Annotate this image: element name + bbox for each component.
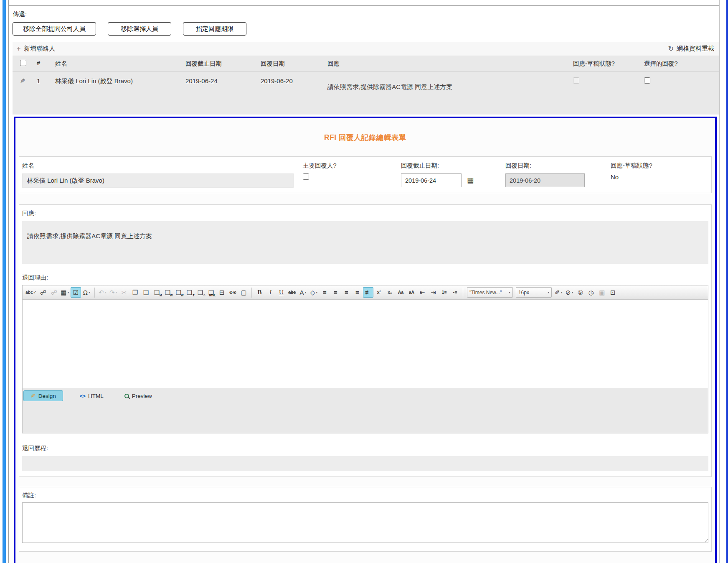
outdent-button[interactable]: ⇤ xyxy=(417,287,428,298)
font-size-combo[interactable]: 16px▾ xyxy=(516,287,552,298)
paste-from-word-button[interactable]: ❏W xyxy=(162,287,173,298)
paste-from-word-clean-button[interactable]: ❏W xyxy=(173,287,184,298)
insert-symbol-icon: Ω xyxy=(83,289,88,296)
indent-icon: ⇥ xyxy=(431,289,436,296)
justify-button[interactable]: ≡ xyxy=(352,287,363,298)
grid-header-row: # 姓名 回覆截止日期 回覆日期 回應 回應-草稿狀態? 選擇的回覆? xyxy=(13,56,719,72)
font-name-combo-label: "Times New..." xyxy=(469,290,502,296)
hyperlink-manager-button[interactable]: ☍ xyxy=(38,287,48,298)
media-manager-button[interactable]: ⊡ xyxy=(608,287,618,298)
superscript-button[interactable]: x² xyxy=(374,287,384,298)
chevron-down-icon: ▾ xyxy=(548,290,549,294)
paste-from-word-sub-label: W xyxy=(170,294,172,297)
remove-alignment-icon: ≢ xyxy=(365,289,371,296)
return-history-label: 退回歷程: xyxy=(22,444,708,452)
tab-html[interactable]: <> HTML xyxy=(76,391,108,401)
transmit-label: 傳遞: xyxy=(13,10,719,18)
insert-time-button[interactable]: ◷ xyxy=(586,287,596,298)
insert-symbol-button[interactable]: Ω▾ xyxy=(81,287,92,298)
background-color-icon: ◇ xyxy=(310,289,315,296)
paste-html-button[interactable]: ❏HTML xyxy=(206,287,216,298)
to-lowercase-button[interactable]: aA xyxy=(406,287,417,298)
chevron-down-icon: ▾ xyxy=(67,290,69,294)
paste-icon: ❏ xyxy=(143,289,149,296)
assign-response-deadline-button[interactable]: 指定回應期限 xyxy=(183,22,246,36)
primary-responder-checkbox[interactable] xyxy=(303,173,309,180)
insert-date-button[interactable]: ⑤ xyxy=(575,287,586,298)
foreground-color-icon: A xyxy=(299,289,304,296)
rfi-responder-edit-form: RFI 回覆人記錄編輯表單 姓名 主要回覆人? 回覆截止日期: ▦ 回覆日期: xyxy=(14,117,717,563)
select-all-rows-checkbox[interactable] xyxy=(20,60,26,66)
toolbar-separator xyxy=(251,288,252,298)
toolbar-separator xyxy=(94,288,95,298)
paste-plain-text-sub-label: T xyxy=(193,294,194,297)
paste-strip-button[interactable]: ❏M xyxy=(152,287,162,298)
row-selected-reply-checkbox[interactable] xyxy=(644,77,650,84)
remove-selected-members-button[interactable]: 移除選擇人員 xyxy=(108,22,171,36)
html-brackets-icon: <> xyxy=(80,393,85,399)
refresh-icon: ↻ xyxy=(668,45,674,53)
add-contact-button[interactable]: + 新增聯絡人 xyxy=(17,45,55,53)
return-reason-label: 退回理由: xyxy=(22,274,708,282)
chevron-down-icon: ▾ xyxy=(561,290,563,294)
remove-alignment-button[interactable]: ≢ xyxy=(363,287,373,298)
apply-style-brush-button[interactable]: ✐▾ xyxy=(553,287,564,298)
italic-button[interactable]: I xyxy=(265,287,276,298)
plus-icon: + xyxy=(17,45,20,53)
underline-icon: U xyxy=(279,289,284,296)
underline-button[interactable]: U xyxy=(276,287,287,298)
subscript-button[interactable]: x₂ xyxy=(385,287,395,298)
paste-from-word-clean-sub-label: W xyxy=(181,294,183,297)
numbered-list-button[interactable]: 1≡ xyxy=(439,287,449,298)
outdent-icon: ⇤ xyxy=(420,289,425,296)
insert-form-element-icon: ☑ xyxy=(73,289,79,296)
grid-reload-button[interactable]: ↻ 網格資料重載 xyxy=(668,45,714,53)
table-row: ✎ 1 林采儀 Lori Lin (啟登 Bravo) 2019-06-24 2… xyxy=(13,72,719,115)
copy-button[interactable]: ❐ xyxy=(130,287,140,298)
bullet-list-button[interactable]: •≡ xyxy=(450,287,460,298)
tab-design[interactable]: ✎ Design xyxy=(23,390,63,401)
col-header-due-date: 回覆截止日期 xyxy=(185,60,261,68)
align-right-button[interactable]: ≡ xyxy=(341,287,352,298)
due-date-group: 回覆截止日期: ▦ xyxy=(401,162,505,188)
find-and-replace-button[interactable]: ⊙⊙ xyxy=(228,287,238,298)
image-manager-button: ▣ xyxy=(597,287,607,298)
tab-preview[interactable]: Preview xyxy=(120,391,156,401)
toolbar-separator xyxy=(463,288,463,298)
align-left-icon: ≡ xyxy=(323,289,327,296)
font-name-combo[interactable]: "Times New..."▾ xyxy=(467,287,513,298)
bold-button[interactable]: B xyxy=(254,287,265,298)
page-left-accent-bar xyxy=(3,0,6,563)
insert-table-button[interactable]: ▦▾ xyxy=(60,287,70,298)
foreground-color-button[interactable]: A▾ xyxy=(298,287,308,298)
spell-check-button[interactable]: abc✓ xyxy=(25,287,38,298)
strikethrough-button[interactable]: abc xyxy=(287,287,297,298)
primary-responder-label: 主要回覆人? xyxy=(303,162,401,170)
to-uppercase-button[interactable]: Aa xyxy=(396,287,406,298)
edit-row-pencil-icon[interactable]: ✎ xyxy=(20,77,25,85)
insert-form-element-button[interactable]: ☑ xyxy=(71,287,81,298)
print-button[interactable]: ⊟ xyxy=(217,287,227,298)
paste-as-html-icon: ❏ xyxy=(198,289,203,296)
chevron-down-icon: ▾ xyxy=(509,290,510,294)
due-date-input[interactable] xyxy=(401,173,462,187)
calendar-icon[interactable]: ▦ xyxy=(467,177,474,184)
hyperlink-manager-icon: ☍ xyxy=(40,289,46,296)
format-stripper-button[interactable]: ⊘▾ xyxy=(564,287,575,298)
paste-plain-text-button[interactable]: ❏T xyxy=(184,287,195,298)
row-draft-status-checkbox xyxy=(573,77,579,84)
tab-html-label: HTML xyxy=(88,393,104,399)
remarks-textarea[interactable] xyxy=(22,502,708,543)
preview-magnifier-icon xyxy=(124,394,129,398)
remove-all-question-company-members-button[interactable]: 移除全部提問公司人員 xyxy=(13,22,96,36)
indent-button[interactable]: ⇥ xyxy=(428,287,439,298)
editor-content-area[interactable] xyxy=(23,300,708,388)
format-stripper-icon: ⊘ xyxy=(566,289,571,296)
paste-as-html-button[interactable]: ❏◇ xyxy=(195,287,205,298)
background-color-button[interactable]: ◇▾ xyxy=(309,287,319,298)
align-center-button[interactable]: ≡ xyxy=(330,287,341,298)
align-left-button[interactable]: ≡ xyxy=(320,287,330,298)
row-response: 請依照需求,提供除霧器AC電源 同意上述方案 xyxy=(327,72,573,115)
select-all-button[interactable]: ▢ xyxy=(238,287,249,298)
paste-button[interactable]: ❏ xyxy=(141,287,151,298)
